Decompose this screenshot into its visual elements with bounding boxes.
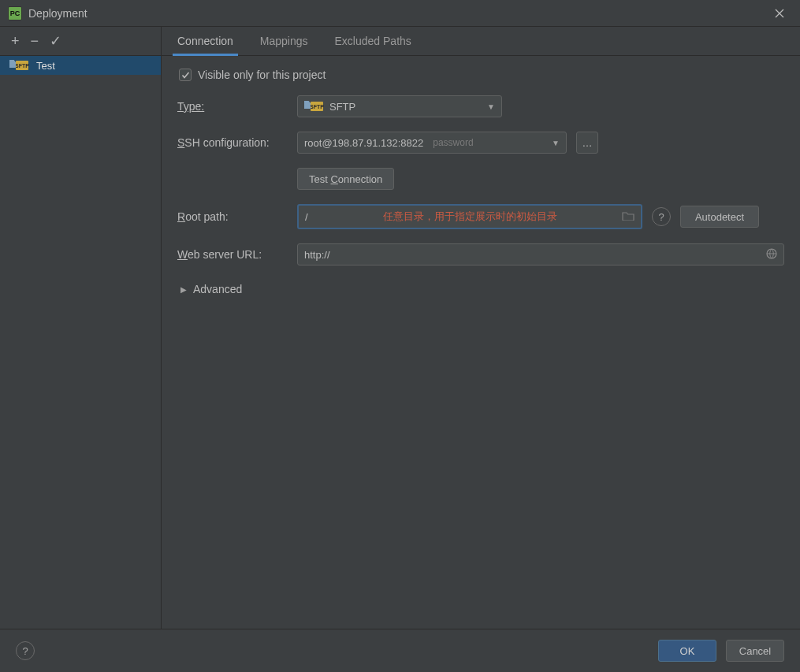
sidebar: + − ✓ SFTP Test: [0, 27, 162, 629]
remove-server-button[interactable]: −: [31, 34, 39, 48]
web-url-label: Web server URL:: [177, 248, 288, 261]
advanced-label: Advanced: [193, 283, 242, 295]
web-url-value: http://: [304, 249, 330, 261]
folder-icon[interactable]: [622, 210, 634, 223]
root-path-label: Root path:: [177, 210, 288, 223]
type-select[interactable]: SFTP SFTP ▼: [297, 95, 502, 117]
root-path-annotation: 任意目录，用于指定展示时的初始目录: [383, 210, 557, 224]
sftp-icon: SFTP: [304, 102, 323, 111]
close-icon: [775, 9, 784, 18]
check-icon: [181, 71, 190, 80]
chevron-down-icon: ▼: [552, 139, 560, 147]
titlebar: PC Deployment: [0, 0, 800, 27]
root-path-input[interactable]: / 任意目录，用于指定展示时的初始目录: [297, 204, 642, 229]
cancel-button[interactable]: Cancel: [726, 640, 784, 662]
globe-icon[interactable]: [766, 248, 777, 262]
dialog-help-button[interactable]: ?: [16, 641, 35, 660]
ssh-config-label: SSH configuration:: [177, 136, 288, 149]
advanced-toggle[interactable]: ▶ Advanced: [177, 283, 784, 295]
autodetect-button[interactable]: Autodetect: [680, 206, 759, 228]
sidebar-item-label: Test: [36, 60, 55, 72]
sftp-icon: SFTP: [9, 61, 28, 70]
app-icon: PC: [8, 6, 22, 20]
visible-only-label: Visible only for this project: [198, 69, 326, 81]
sidebar-item-test[interactable]: SFTP Test: [0, 56, 161, 75]
footer: ? OK Cancel: [0, 629, 800, 672]
sidebar-toolbar: + − ✓: [0, 27, 161, 56]
root-path-value: /: [305, 211, 308, 223]
web-url-input[interactable]: http://: [297, 243, 784, 265]
tabs: Connection Mappings Excluded Paths: [162, 27, 800, 56]
window-title: Deployment: [28, 7, 767, 20]
type-label: Type:: [177, 100, 288, 113]
ssh-config-select[interactable]: root@198.87.91.132:8822 password ▼: [297, 132, 567, 154]
tab-excluded-paths[interactable]: Excluded Paths: [330, 28, 416, 55]
test-connection-button[interactable]: Test Connection: [297, 168, 394, 190]
accept-button[interactable]: ✓: [50, 34, 61, 48]
help-icon[interactable]: ?: [652, 207, 671, 226]
add-server-button[interactable]: +: [11, 34, 20, 48]
close-button[interactable]: [767, 0, 792, 26]
sidebar-list: SFTP Test: [0, 56, 161, 629]
ok-button[interactable]: OK: [658, 640, 716, 662]
triangle-right-icon: ▶: [180, 285, 187, 294]
ssh-config-value: root@198.87.91.132:8822: [304, 137, 423, 149]
visible-only-checkbox[interactable]: [179, 69, 192, 81]
ssh-config-hint: password: [433, 137, 473, 148]
content-panel: Connection Mappings Excluded Paths Visib…: [162, 27, 800, 629]
type-value: SFTP: [329, 101, 355, 113]
form: Visible only for this project Type: SFTP…: [162, 56, 800, 308]
ssh-config-edit-button[interactable]: …: [576, 132, 598, 154]
tab-connection[interactable]: Connection: [173, 28, 238, 55]
tab-mappings[interactable]: Mappings: [255, 28, 313, 55]
visible-only-row: Visible only for this project: [177, 69, 784, 81]
ellipsis-icon: …: [582, 137, 593, 149]
chevron-down-icon: ▼: [487, 102, 495, 111]
